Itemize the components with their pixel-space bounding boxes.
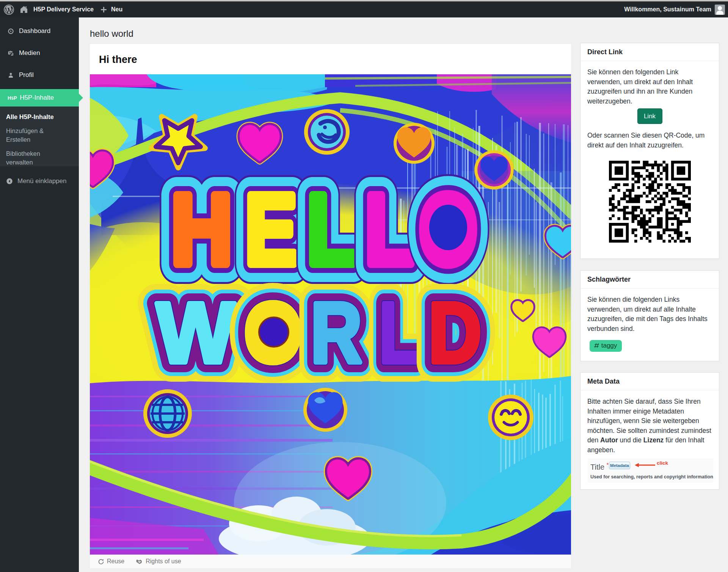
svg-text:L: L xyxy=(365,173,414,285)
svg-text:H: H xyxy=(171,174,232,285)
svg-text:W: W xyxy=(157,285,235,381)
svg-text:L: L xyxy=(379,285,419,380)
svg-text:D: D xyxy=(428,285,482,381)
svg-text:R: R xyxy=(311,285,362,380)
svg-text:L: L xyxy=(307,173,356,285)
svg-text:E: E xyxy=(245,173,297,285)
